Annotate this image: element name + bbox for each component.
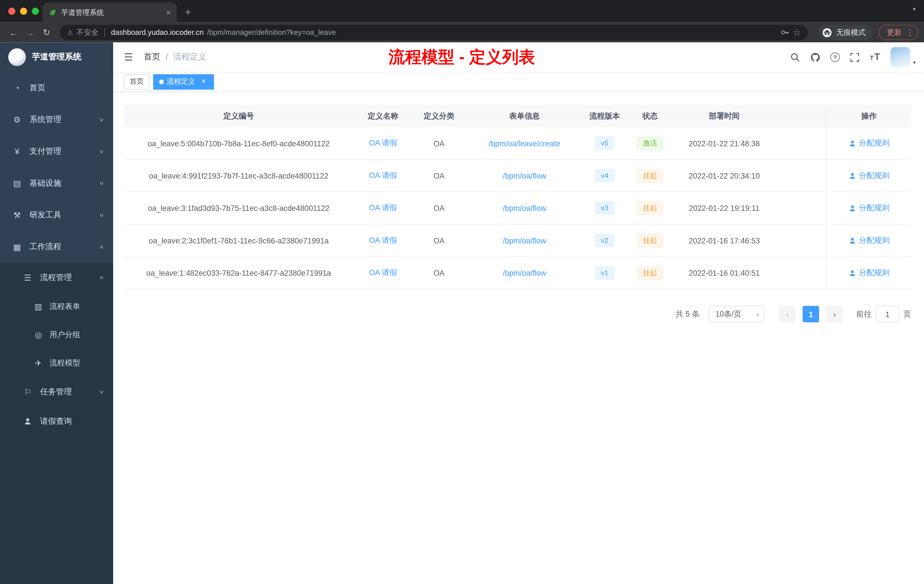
forward-button[interactable]: → (22, 25, 38, 40)
tag-close-icon[interactable]: × (199, 77, 208, 86)
sidebar-item-label: 基础设施 (30, 178, 93, 188)
cell-definition-id: oa_leave:3:1fad3d93-7b75-11ec-a3c8-acde4… (124, 192, 353, 224)
incognito-icon (822, 27, 832, 38)
chevron-down-icon: ∨ (99, 212, 105, 218)
workflow-icon: ▦ (12, 242, 22, 252)
back-button[interactable]: ← (6, 25, 21, 40)
cell-category: OA (412, 257, 466, 289)
reload-button[interactable]: ↻ (39, 25, 54, 40)
page-size-select[interactable]: 10条/页 ▾ (709, 306, 764, 322)
version-badge: v3 (595, 201, 614, 214)
prev-page-button[interactable]: ‹ (779, 306, 796, 322)
sidebar-item-label: 支付管理 (30, 146, 93, 157)
breadcrumb-home-link[interactable]: 首页 (144, 52, 160, 63)
form-info-link[interactable]: /bpm/oa/flow (503, 171, 546, 180)
version-badge: v4 (595, 169, 614, 182)
main-area: ☰ 首页 / 流程定义 流程模型 - 定义列表 ? (113, 43, 924, 584)
definition-name-link[interactable]: OA 请假 (369, 138, 397, 148)
sidebar-menu: ◔ 首页 ⚙ 系统管理 ∨ ¥ 支付管理 ∨ ▤ 基础设施 ∨ (0, 72, 113, 584)
sidebar-item-process-form[interactable]: ▥ 流程表单 (0, 292, 113, 320)
person-icon (848, 269, 856, 277)
cell-definition-id: oa_leave:1:482ec033-762a-11ec-8477-a2380… (124, 257, 353, 289)
sidebar-item-user-group[interactable]: ◎ 用户分组 (0, 320, 113, 349)
sidebar-item-devtools[interactable]: ⚒ 研发工具 ∨ (0, 199, 113, 231)
breadcrumb-separator: / (166, 53, 168, 62)
definition-name-link[interactable]: OA 请假 (369, 170, 397, 181)
bookmark-star-icon[interactable]: ☆ (793, 27, 801, 38)
update-label: 更新 (887, 27, 902, 38)
sidebar-item-process-manage[interactable]: ☰ 流程管理 ∧ (0, 263, 113, 292)
help-icon[interactable]: ? (830, 53, 840, 62)
assign-rule-link[interactable]: 分配规则 (848, 235, 889, 246)
sidebar-item-payment[interactable]: ¥ 支付管理 ∨ (0, 135, 113, 167)
window-minimize-button[interactable] (20, 8, 27, 15)
col-status: 状态 (626, 105, 674, 127)
tag-home[interactable]: 首页 (124, 74, 150, 89)
font-size-icon[interactable]: TT (870, 52, 881, 63)
goto-page-input[interactable]: 1 (876, 306, 899, 322)
navbar-actions: ? TT ▾ (790, 47, 924, 67)
tab-search-icon[interactable]: ▾ (913, 6, 916, 13)
col-spacer (774, 105, 826, 127)
cell-spacer (774, 160, 826, 191)
avatar[interactable] (891, 47, 911, 67)
search-icon[interactable] (790, 52, 800, 62)
tag-label: 流程定义 (167, 77, 195, 87)
app-logo[interactable]: 芋道管理系统 (0, 43, 113, 72)
browser-menu-icon[interactable]: ⋮ (906, 28, 914, 37)
browser-tab[interactable]: 芋道管理系统 × (43, 2, 177, 22)
tab-close-icon[interactable]: × (166, 8, 171, 17)
fullscreen-icon[interactable] (850, 52, 860, 62)
sidebar-item-workflow[interactable]: ▦ 工作流程 ∧ (0, 231, 113, 263)
sidebar-item-leave-query[interactable]: 请假查询 (0, 407, 113, 436)
assign-rule-link[interactable]: 分配规则 (848, 170, 889, 181)
tab-favicon-icon (48, 8, 56, 16)
cell-category: OA (412, 224, 466, 256)
new-tab-button[interactable]: + (185, 7, 191, 18)
caret-down-icon: ▾ (756, 311, 759, 317)
browser-window: 芋道管理系统 × + ▾ ← → ↻ ⚠ 不安全 dashboard.yudao… (0, 0, 924, 584)
status-badge: 挂起 (637, 234, 663, 247)
assign-rule-link[interactable]: 分配规则 (848, 138, 889, 148)
sidebar-item-home[interactable]: ◔ 首页 (0, 72, 113, 104)
tag-process-definition[interactable]: 流程定义 × (153, 74, 214, 89)
sidebar: 芋道管理系统 ◔ 首页 ⚙ 系统管理 ∨ ¥ 支付管理 ∨ ▤ (0, 43, 113, 584)
key-icon[interactable] (780, 28, 789, 37)
form-info-link[interactable]: /bpm/oa/leave/create (488, 139, 560, 148)
browser-toolbar: ← → ↻ ⚠ 不安全 dashboard.yudao.iocoder.cn /… (0, 22, 924, 42)
user-avatar-menu[interactable]: ▾ (891, 47, 916, 67)
chrome-update-button[interactable]: 更新 ⋮ (879, 25, 918, 40)
definition-name-link[interactable]: OA 请假 (369, 235, 397, 246)
sidebar-fold-icon[interactable]: ☰ (113, 43, 144, 72)
sidebar-item-system[interactable]: ⚙ 系统管理 ∨ (0, 104, 113, 135)
page-number-button[interactable]: 1 (803, 306, 819, 322)
window-close-button[interactable] (8, 8, 15, 15)
sidebar-item-process-model[interactable]: ✈ 流程模型 (0, 349, 113, 377)
sidebar-item-task-manage[interactable]: ⚐ 任务管理 ∨ (0, 377, 113, 407)
sidebar-item-infrastructure[interactable]: ▤ 基础设施 ∨ (0, 167, 113, 199)
list-icon: ☰ (22, 273, 33, 282)
github-icon[interactable] (810, 52, 820, 62)
next-page-button[interactable]: › (826, 306, 843, 322)
cell-deploy-time: 2022-01-22 20:34:10 (674, 160, 775, 191)
window-controls (8, 8, 39, 15)
cell-deploy-time: 2022-01-22 19:19:11 (674, 192, 775, 224)
version-badge: v1 (595, 266, 614, 279)
form-info-link[interactable]: /bpm/oa/flow (503, 204, 546, 213)
chevron-down-icon: ∨ (99, 181, 105, 186)
assign-rule-link[interactable]: 分配规则 (848, 267, 889, 278)
col-deploy-time: 部署时间 (674, 105, 775, 127)
assign-rule-link[interactable]: 分配规则 (848, 203, 889, 213)
sidebar-item-label: 首页 (30, 82, 104, 93)
window-zoom-button[interactable] (32, 8, 39, 15)
definition-name-link[interactable]: OA 请假 (369, 267, 397, 278)
app-title: 芋道管理系统 (32, 52, 81, 63)
sidebar-item-label: 用户分组 (50, 330, 104, 340)
table-row: oa_leave:2:3c1f0ef1-76b1-11ec-9c66-a2380… (124, 224, 911, 257)
form-info-link[interactable]: /bpm/oa/flow (503, 236, 546, 245)
pagination-total: 共 5 条 (676, 309, 700, 319)
definition-name-link[interactable]: OA 请假 (369, 203, 397, 213)
form-info-link[interactable]: /bpm/oa/flow (503, 268, 546, 277)
cell-definition-id: oa_leave:4:991f2193-7b7f-11ec-a3c8-acde4… (124, 160, 353, 191)
address-bar[interactable]: ⚠ 不安全 dashboard.yudao.iocoder.cn /bpm/ma… (60, 25, 808, 40)
